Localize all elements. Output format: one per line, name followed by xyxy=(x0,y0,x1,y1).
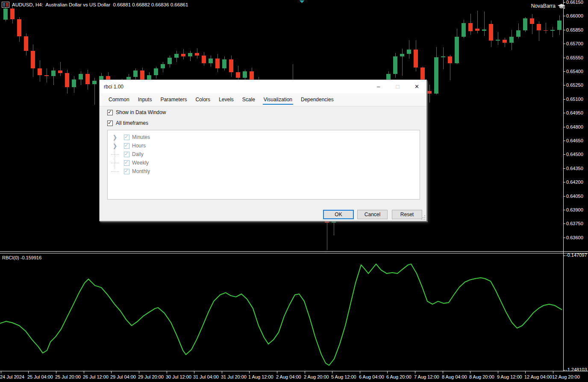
candle-body xyxy=(188,53,192,57)
candle-body xyxy=(72,79,76,87)
tab-parameters[interactable]: Parameters xyxy=(156,94,191,106)
time-axis-label: 8 Aug 04:00 xyxy=(442,375,467,379)
tab-common[interactable]: Common xyxy=(104,94,134,106)
time-axis-label: 12 Aug 04:00 xyxy=(524,375,552,379)
candle-body xyxy=(24,36,28,51)
time-tick xyxy=(249,371,250,373)
tree-checkbox-icon[interactable]: ✓ xyxy=(124,143,129,149)
checkbox-icon[interactable]: ✓ xyxy=(107,120,113,126)
chevron-expand-icon[interactable]: ❯ xyxy=(111,143,119,149)
price-axis-label: 0.64350 xyxy=(566,166,583,171)
ok-button[interactable]: OK xyxy=(323,210,354,219)
candle-body xyxy=(489,24,493,41)
time-tick xyxy=(470,371,470,373)
tree-checkbox-icon[interactable]: ✓ xyxy=(124,152,129,157)
candle-body xyxy=(65,73,69,87)
tree-checkbox-icon[interactable]: ✓ xyxy=(124,135,129,140)
candle-body xyxy=(181,54,185,56)
price-tick xyxy=(563,210,565,210)
candle-body xyxy=(393,56,397,74)
price-axis-label: 0.63750 xyxy=(566,221,583,226)
price-axis-label: 0.64200 xyxy=(566,180,583,185)
rbci-indicator-line xyxy=(0,264,562,365)
chart-shift-marker[interactable] xyxy=(299,0,304,3)
watermark: NovaBarra xyxy=(531,3,566,9)
chart-header: AUDUSD, H4: Australian Dollar vs US Doll… xyxy=(2,2,188,8)
tab-scale[interactable]: Scale xyxy=(238,94,259,106)
candle-body xyxy=(92,81,97,85)
time-tick xyxy=(167,371,167,373)
candle-body xyxy=(468,23,473,31)
time-tick xyxy=(387,371,388,373)
tab-visualization[interactable]: Visualization xyxy=(259,94,297,106)
time-tick xyxy=(56,371,56,373)
reset-button[interactable]: Reset xyxy=(392,210,422,219)
candle-body xyxy=(441,56,445,57)
price-tick xyxy=(563,113,565,113)
minimize-button[interactable]: – xyxy=(369,80,388,93)
candle-body xyxy=(215,59,220,69)
time-tick xyxy=(525,371,526,373)
candle-body xyxy=(407,50,411,54)
price-tick xyxy=(563,127,565,127)
time-axis-label: 1 Aug 12:00 xyxy=(248,375,273,379)
tree-item-monthly[interactable]: ✓Monthly xyxy=(111,167,150,176)
close-button[interactable]: ✕ xyxy=(407,80,426,93)
tree-item-hours[interactable]: ❯✓Hours xyxy=(111,141,146,150)
time-tick xyxy=(111,371,112,373)
chevron-expand-icon[interactable]: ❯ xyxy=(111,135,119,140)
candle-body xyxy=(222,59,226,69)
tree-checkbox-icon[interactable]: ✓ xyxy=(124,169,129,174)
candle-body xyxy=(523,18,527,30)
indicator-value-label: RBCI(0) -0.159916 xyxy=(2,255,41,260)
candle-body xyxy=(147,75,151,80)
candle-body xyxy=(503,40,507,43)
tab-inputs[interactable]: Inputs xyxy=(134,94,156,106)
price-axis-label: 0.64950 xyxy=(566,111,583,115)
maximize-button: □ xyxy=(388,80,407,93)
candle-body xyxy=(516,30,520,37)
timeframes-tree[interactable]: ❯✓Minutes❯✓Hours✓Daily✓Weekly✓Monthly xyxy=(107,130,420,200)
candle-body xyxy=(544,30,548,31)
time-tick xyxy=(194,371,194,373)
cancel-button[interactable]: Cancel xyxy=(357,210,388,219)
time-axis-label: 29 Jul 04:00 xyxy=(110,375,136,379)
candle-body xyxy=(79,74,83,79)
indicator-tick xyxy=(563,256,565,256)
time-tick xyxy=(415,371,415,373)
price-axis-label: 0.65400 xyxy=(566,69,583,74)
candle-body xyxy=(209,59,213,63)
checkbox-show-in-data-window[interactable]: ✓Show in Data Window xyxy=(107,109,166,115)
candle-body xyxy=(475,29,479,31)
price-tick xyxy=(563,58,565,58)
candle-body xyxy=(462,23,466,37)
time-axis-label: 24 Jul 2024 xyxy=(0,375,24,379)
tab-dependencies[interactable]: Dependencies xyxy=(297,94,338,106)
candle-body xyxy=(414,50,418,68)
tree-item-label: Daily xyxy=(132,151,144,157)
window-controls: – □ ✕ xyxy=(369,80,426,93)
price-tick xyxy=(563,141,565,141)
tree-item-minutes[interactable]: ❯✓Minutes xyxy=(111,133,150,141)
price-tick xyxy=(563,71,565,72)
checkbox-icon[interactable]: ✓ xyxy=(107,110,113,115)
time-tick xyxy=(28,371,29,373)
time-axis-label: 12 Aug 20:00 xyxy=(552,375,580,379)
time-axis-label: 7 Aug 12:00 xyxy=(414,375,439,379)
candle-body xyxy=(557,21,562,30)
candle-body xyxy=(530,18,534,24)
candle-body xyxy=(482,29,486,31)
candle-body xyxy=(202,56,206,63)
tab-colors[interactable]: Colors xyxy=(191,94,215,106)
tree-branch-line xyxy=(111,163,119,163)
checkbox-all-timeframes[interactable]: ✓All timeframes xyxy=(107,120,148,126)
time-axis-label: 25 Jul 04:00 xyxy=(27,375,53,379)
dialog-titlebar[interactable]: rbci 1.00 – □ ✕ xyxy=(100,80,426,93)
tree-branch-line xyxy=(111,171,119,172)
tree-item-daily[interactable]: ✓Daily xyxy=(111,150,144,159)
time-tick xyxy=(498,371,498,373)
tree-checkbox-icon[interactable]: ✓ xyxy=(124,160,129,166)
chart-icon xyxy=(2,2,9,8)
tree-item-weekly[interactable]: ✓Weekly xyxy=(111,159,149,167)
tab-levels[interactable]: Levels xyxy=(215,94,238,106)
